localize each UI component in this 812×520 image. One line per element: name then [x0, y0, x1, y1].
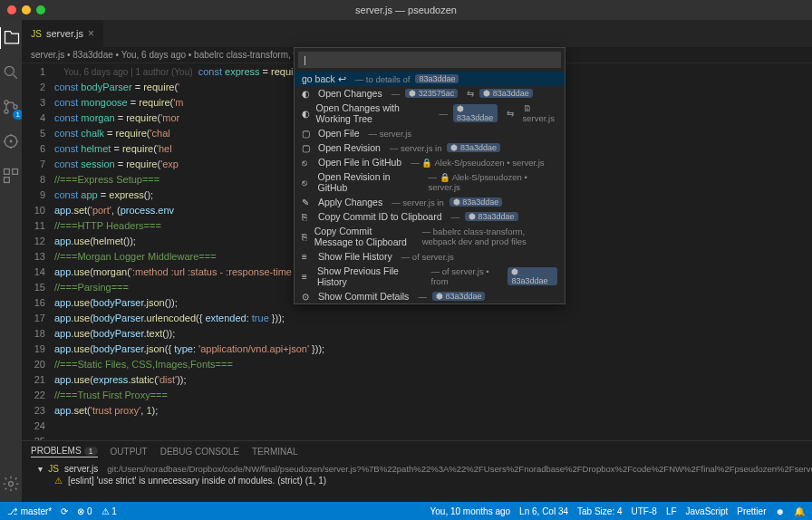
status-position[interactable]: Ln 6, Col 34 [519, 506, 568, 516]
qp-item[interactable]: ⊙Show Commit Details— ⬢ 83a3ddae [295, 289, 565, 303]
qp-item[interactable]: ≡Show File History— of server.js [295, 249, 565, 264]
extensions-icon[interactable] [0, 165, 22, 187]
tab-server-js[interactable]: JSserver.js× [22, 20, 104, 47]
search-icon[interactable] [0, 62, 22, 83]
status-indent[interactable]: Tab Size: 4 [577, 506, 622, 516]
line-gutter: 1234567891011121314151617181920212223242… [22, 63, 54, 440]
problem-file-row[interactable]: ▾JSserver.js git:/Users/noradbase/Dropbo… [22, 462, 812, 475]
problem-item[interactable]: ⚠ [eslint] 'use strict' is unnecessary i… [22, 475, 812, 486]
svg-point-0 [5, 66, 14, 75]
bottom-panel: PROBLEMS1 OUTPUT DEBUG CONSOLE TERMINAL … [22, 440, 812, 502]
editor-area: JSserver.js× ◫ ◈ ▣ ⋯ server.js • 83a3dda… [22, 20, 812, 502]
qp-item[interactable]: ≡Show Previous File History— of server.j… [295, 264, 565, 289]
titlebar: server.js — pseudozen [0, 0, 812, 20]
qp-item[interactable]: ⎋Open File in GitHub— 🔒 Alek-S/pseudozen… [295, 155, 565, 169]
status-language[interactable]: JavaScript [686, 506, 729, 516]
window-title: server.js — pseudozen [0, 5, 812, 15]
status-bar: ⎇ master* ⟳ ⊗ 0 ⚠ 1 You, 10 months ago L… [0, 502, 812, 520]
close-icon[interactable]: × [88, 27, 94, 40]
status-sync[interactable]: ⟳ [61, 506, 68, 516]
svg-rect-8 [5, 178, 10, 183]
explorer-icon[interactable] [0, 27, 21, 49]
activity-bar: 1 [0, 20, 22, 502]
status-blame[interactable]: You, 10 months ago [430, 506, 511, 516]
settings-icon[interactable] [0, 473, 22, 495]
status-branch[interactable]: ⎇ master* [7, 506, 52, 516]
tab-output[interactable]: OUTPUT [111, 447, 148, 457]
qp-go-back[interactable]: go back ↩ — to details of 83a3ddae [295, 72, 565, 86]
editor-tabs: JSserver.js× [22, 20, 812, 47]
status-errors[interactable]: ⊗ 0 [77, 506, 92, 516]
qp-item[interactable]: ⎘Copy Commit Message to Clipboard— babel… [295, 224, 565, 249]
qp-item[interactable]: ▢Open File— server.js [295, 126, 565, 140]
quick-pick-input[interactable]: | [298, 52, 561, 68]
tab-problems[interactable]: PROBLEMS1 [31, 446, 98, 457]
feedback-icon[interactable]: ☻ [775, 506, 785, 516]
bell-icon[interactable]: 🔔 [794, 506, 805, 516]
qp-item[interactable]: ◐Open Changes with Working Tree— ⬢ 83a3d… [295, 101, 565, 126]
tab-terminal[interactable]: TERMINAL [252, 447, 298, 457]
svg-point-9 [9, 482, 14, 486]
qp-item[interactable]: ⎘Copy Commit ID to Clipboard— ⬢ 83a3ddae [295, 209, 565, 224]
status-encoding[interactable]: UTF-8 [632, 506, 657, 516]
svg-rect-7 [13, 169, 18, 175]
svg-point-3 [14, 105, 17, 109]
qp-item[interactable]: ▢Open Revision— server.js in ⬢ 83a3ddae [295, 140, 565, 155]
status-warnings[interactable]: ⚠ 1 [102, 506, 117, 516]
quick-pick-menu: | go back ↩ — to details of 83a3ddae ◐Op… [294, 47, 566, 304]
svg-point-5 [10, 140, 12, 142]
tab-debug-console[interactable]: DEBUG CONSOLE [160, 447, 239, 457]
source-control-icon[interactable]: 1 [0, 96, 22, 118]
svg-point-2 [5, 110, 8, 113]
status-eol[interactable]: LF [666, 506, 677, 516]
svg-rect-6 [5, 169, 10, 175]
qp-item[interactable]: ✎Apply Changes— server.js in ⬢ 83a3ddae [295, 195, 565, 209]
debug-icon[interactable] [0, 130, 22, 152]
svg-point-1 [5, 101, 8, 104]
qp-item[interactable]: ⎋Open Revision in GitHub— 🔒 Alek-S/pseud… [295, 169, 565, 195]
qp-item[interactable]: ◐Open Changes— ⬢ 323575ac ⇆ ⬢ 83a3ddae [295, 86, 565, 101]
status-formatter[interactable]: Prettier [737, 506, 766, 516]
warning-icon: ⚠ [54, 476, 63, 486]
